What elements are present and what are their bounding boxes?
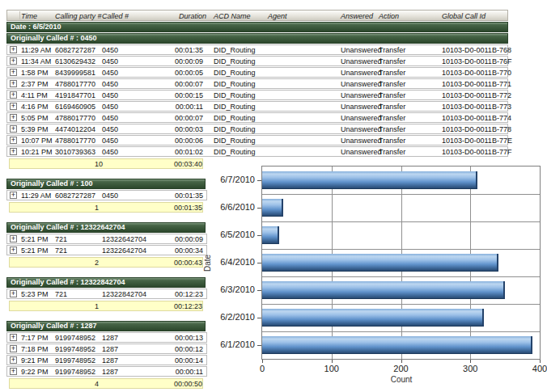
row-acd-name: DID_Routing (214, 103, 256, 111)
row-calling-party: 9199748952 (55, 368, 95, 376)
group-summary-row: 100:12:23 (9, 301, 203, 311)
row-duration: 00:00:13 (156, 334, 203, 342)
row-calling-party: 4788017770 (55, 80, 95, 88)
row-calling-party: 721 (55, 247, 67, 255)
table-row: +2:37 PM4788017770045000:00:07DID_Routin… (6, 78, 508, 89)
expand-row-icon[interactable]: + (10, 125, 17, 133)
row-time: 7:17 PM (21, 334, 49, 342)
row-time: 11:29 AM (21, 192, 51, 200)
expand-row-icon[interactable]: + (10, 57, 17, 65)
row-called-number: 0450 (102, 80, 118, 88)
row-acd-name: DID_Routing (214, 148, 256, 156)
group-header-band: Originally Called # : 12322842704 (6, 277, 206, 288)
col-header-global-call-id[interactable]: Global Call Id (442, 12, 486, 20)
table-row: +11:29 AM6082727287045000:01:35 (6, 190, 207, 200)
group-summary-row: 400:00:50 (9, 378, 203, 389)
expand-row-icon[interactable]: + (10, 69, 17, 76)
row-called-number: 1287 (102, 334, 118, 342)
table-row: +11:34 AM6130629432045000:00:09DID_Routi… (6, 56, 508, 66)
expand-row-icon[interactable]: + (10, 103, 17, 110)
expand-row-icon[interactable]: + (10, 114, 17, 121)
row-time: 5:21 PM (21, 247, 49, 255)
row-answered: Unanswered (341, 57, 382, 65)
row-acd-name: DID_Routing (214, 137, 256, 145)
group-summary-row: 1000:03:40 (9, 158, 203, 169)
group-call-count: 1 (95, 204, 99, 212)
expand-row-icon[interactable]: + (10, 345, 17, 352)
row-time: 9:21 PM (21, 356, 49, 365)
expand-row-icon[interactable]: + (10, 368, 17, 375)
row-time: 11:29 AM (21, 46, 51, 54)
row-calling-party: 3010739363 (55, 148, 95, 156)
call-group: Originally Called # : 12322842704+5:23 P… (6, 277, 510, 311)
expand-row-icon[interactable]: + (10, 192, 17, 199)
row-global-call-id: 10103-D0-0011B-774 (442, 114, 511, 122)
row-time: 2:37 PM (21, 80, 49, 88)
group-total-duration: 00:00:50 (155, 380, 202, 388)
expand-row-icon[interactable]: + (10, 247, 17, 254)
row-answered: Unanswered (341, 137, 382, 145)
x-tick-label: 400 (532, 364, 547, 373)
group-total-duration: 00:03:40 (155, 160, 202, 168)
row-action: Transfer (379, 125, 405, 133)
row-calling-party: 6082727287 (55, 46, 95, 54)
expand-row-icon[interactable]: + (10, 334, 17, 341)
row-called-number: 12322842704 (102, 290, 146, 298)
col-header-acd-name[interactable]: ACD Name (214, 12, 251, 20)
row-time: 9:22 PM (21, 368, 49, 376)
expand-row-icon[interactable]: + (10, 235, 17, 242)
header-separator (19, 11, 20, 19)
row-calling-party: 721 (55, 290, 67, 298)
row-time: 4:16 PM (21, 103, 49, 111)
row-global-call-id: 10103-D0-0011B-773 (442, 103, 511, 111)
col-header-calling-party[interactable]: Calling party # (55, 12, 102, 20)
expand-row-icon[interactable]: + (10, 137, 17, 144)
group-header-band: Originally Called # : 1287 (6, 321, 206, 331)
row-called-number: 0450 (102, 192, 118, 200)
col-header-agent[interactable]: Agent (268, 12, 287, 20)
group-total-duration: 00:12:23 (155, 302, 202, 310)
table-row: +10:07 PM4788017770045000:00:06DID_Routi… (6, 135, 508, 145)
expand-row-icon[interactable]: + (10, 80, 17, 87)
row-called-number: 1287 (102, 345, 118, 353)
row-called-number: 0450 (102, 57, 118, 65)
date-group-band: Date : 6/5/2010 (6, 22, 508, 32)
col-header-time[interactable]: Time (21, 12, 37, 20)
row-global-call-id: 10103-D0-0011B-770 (442, 69, 511, 77)
expand-row-icon[interactable]: + (10, 356, 17, 364)
expand-row-icon[interactable]: + (10, 46, 17, 53)
row-duration: 00:00:09 (156, 57, 203, 65)
row-calling-party: 6169460905 (55, 103, 95, 111)
row-called-number: 0450 (102, 137, 118, 145)
group-call-count: 2 (95, 259, 99, 267)
call-report-table: Time Calling party # Called # Duration A… (6, 10, 510, 389)
row-duration: 00:00:12 (156, 345, 203, 353)
expand-row-icon[interactable]: + (10, 91, 17, 99)
row-time: 1:58 PM (21, 69, 49, 77)
call-group: Originally Called # : 0450+11:29 AM60827… (6, 33, 510, 169)
row-acd-name: DID_Routing (214, 69, 256, 77)
col-header-called[interactable]: Called # (102, 12, 129, 20)
row-calling-party: 4788017770 (55, 137, 95, 145)
row-action: Transfer (379, 80, 405, 88)
row-duration: 00:00:05 (156, 69, 203, 77)
col-header-duration[interactable]: Duration (179, 12, 206, 20)
row-duration: 00:00:09 (156, 235, 203, 243)
group-call-count: 1 (95, 302, 99, 310)
group-summary-row: 100:01:35 (9, 202, 203, 213)
row-duration: 00:12:23 (156, 290, 203, 298)
row-answered: Unanswered (341, 103, 382, 111)
row-duration: 00:00:07 (156, 114, 203, 122)
group-call-count: 10 (95, 160, 103, 168)
col-header-action[interactable]: Action (379, 12, 399, 20)
col-header-answered[interactable]: Answered (341, 12, 373, 20)
row-calling-party: 4474012204 (55, 125, 95, 133)
group-header-band: Originally Called # : 0450 (6, 33, 508, 44)
row-acd-name: DID_Routing (214, 91, 256, 99)
row-acd-name: DID_Routing (214, 125, 256, 133)
expand-row-icon[interactable]: + (10, 148, 17, 155)
row-called-number: 0450 (102, 46, 118, 54)
expand-row-icon[interactable]: + (10, 290, 17, 297)
row-global-call-id: 10103-D0-0011B-772 (442, 91, 511, 99)
row-action: Transfer (379, 91, 405, 99)
